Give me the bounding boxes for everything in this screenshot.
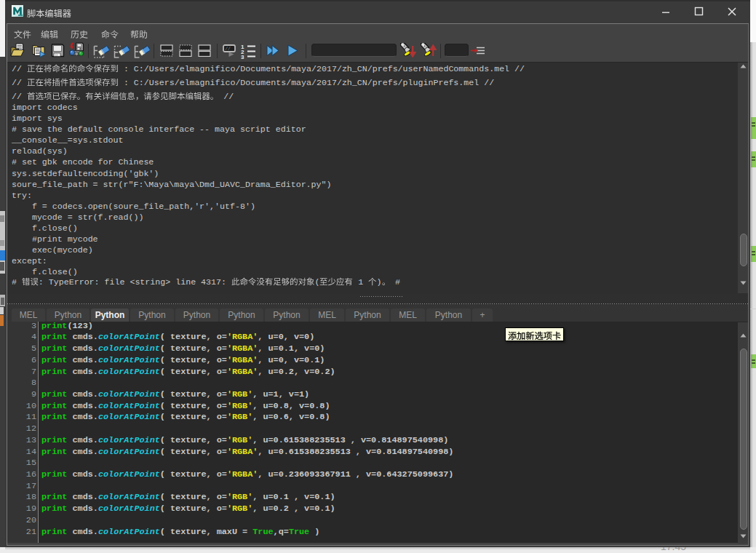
svg-text:3: 3 — [241, 54, 244, 60]
svg-text://: // — [225, 47, 231, 52]
